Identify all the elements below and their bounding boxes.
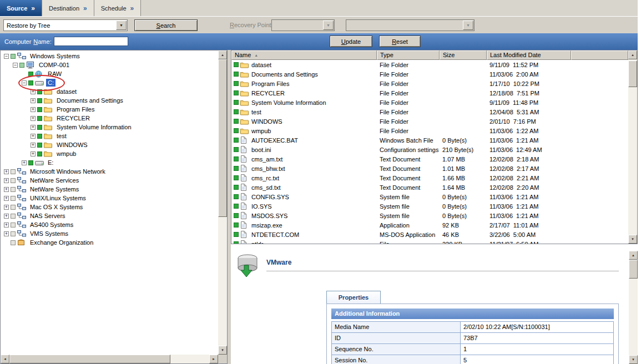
- list-vscrollbar[interactable]: ▲ ▼: [628, 50, 637, 244]
- column-header-type[interactable]: Type: [377, 50, 440, 60]
- tree-vscrollbar[interactable]: ▲ ▼: [218, 50, 227, 355]
- file-row-test[interactable]: testFile Folder12/04/08 5:31 AM: [231, 107, 628, 117]
- scroll-left-button[interactable]: ◄: [1, 355, 9, 363]
- tree-item-recycler[interactable]: +RECYCLER: [2, 114, 218, 123]
- update-button[interactable]: Update: [330, 36, 372, 47]
- checkbox-checked[interactable]: [234, 166, 239, 171]
- tree-item-exchange-organization[interactable]: Exchange Organization: [2, 238, 218, 247]
- checkbox-empty[interactable]: [11, 169, 16, 174]
- expand-toggle[interactable]: +: [4, 196, 9, 201]
- checkbox-checked[interactable]: [234, 213, 239, 218]
- file-row-recycler[interactable]: RECYCLERFile Folder12/18/08 7:51 PM: [231, 88, 628, 98]
- tree-item-dataset[interactable]: +dataset: [2, 87, 218, 96]
- tab-destination[interactable]: Destination »: [42, 0, 94, 16]
- file-row-config-sys[interactable]: CONFIG.SYSSystem file0 Byte(s)11/03/06 1…: [231, 192, 628, 201]
- tree-item-test[interactable]: +test: [2, 132, 218, 140]
- expand-toggle[interactable]: +: [4, 214, 9, 219]
- file-row-cms-rc-txt[interactable]: cms_rc.txtText Document1.66 MB12/02/08 2…: [231, 173, 628, 183]
- checkbox-checked[interactable]: [234, 62, 239, 67]
- tree-item-as400-systems[interactable]: +AS400 Systems: [2, 220, 218, 229]
- file-row-msizap-exe[interactable]: msizap.exeApplication92 KB2/17/07 11:01 …: [231, 220, 628, 230]
- tree-item-documents-and-settings[interactable]: +Documents and Settings: [2, 96, 218, 105]
- checkbox-checked[interactable]: [234, 185, 239, 190]
- checkbox-checked[interactable]: [37, 89, 42, 94]
- recovery-point-date-select[interactable]: ▼: [271, 19, 335, 31]
- expand-toggle[interactable]: +: [4, 178, 9, 183]
- checkbox-checked[interactable]: [37, 134, 42, 139]
- props-vscrollbar[interactable]: ▲ ▼: [629, 251, 638, 364]
- checkbox-checked[interactable]: [28, 160, 33, 165]
- file-row-autoexec-bat[interactable]: AUTOEXEC.BATWindows Batch File0 Byte(s)1…: [231, 135, 628, 145]
- expand-toggle[interactable]: +: [4, 223, 9, 228]
- scroll-up-button[interactable]: ▲: [218, 50, 227, 59]
- checkbox-checked[interactable]: [234, 156, 239, 161]
- checkbox-checked[interactable]: [28, 72, 33, 77]
- file-row-windows[interactable]: WINDOWSFile Folder2/01/10 7:16 PM: [231, 117, 628, 126]
- checkbox-checked[interactable]: [234, 175, 239, 180]
- file-row-msdos-sys[interactable]: MSDOS.SYSSystem file0 Byte(s)11/03/06 1:…: [231, 211, 628, 220]
- checkbox-checked[interactable]: [234, 194, 239, 199]
- restore-mode-select[interactable]: Restore by Tree ▼: [3, 19, 128, 31]
- recovery-point-session-select[interactable]: ▼: [346, 19, 475, 31]
- file-row-system-volume-information[interactable]: System Volume InformationFile Folder9/11…: [231, 98, 628, 107]
- checkbox-checked[interactable]: [37, 98, 42, 103]
- checkbox-checked[interactable]: [234, 223, 239, 228]
- dropdown-arrow-icon[interactable]: ▼: [323, 21, 334, 30]
- tree-item-netware-systems[interactable]: +NetWare Systems: [2, 185, 218, 194]
- checkbox-checked[interactable]: [234, 138, 239, 143]
- checkbox-checked[interactable]: [234, 204, 239, 209]
- tree-item-netware-services[interactable]: +NetWare Services: [2, 176, 218, 185]
- props-vscroll-thumb[interactable]: [629, 260, 638, 279]
- tree-item-mac-os-x-systems[interactable]: +Mac OS X Systems: [2, 203, 218, 211]
- checkbox-empty[interactable]: [11, 240, 16, 245]
- reset-button[interactable]: Reset: [379, 36, 421, 47]
- checkbox-checked[interactable]: [234, 241, 239, 244]
- tree-item-c[interactable]: −C:: [2, 78, 218, 87]
- checkbox-checked[interactable]: [37, 151, 42, 156]
- file-row-ntldr[interactable]: ntldrFile220 KB11/21/07 6:50 AM: [231, 239, 628, 244]
- column-header-name[interactable]: Name ▲: [231, 50, 377, 60]
- checkbox-checked[interactable]: [234, 72, 239, 77]
- tree-item-nas-servers[interactable]: +NAS Servers: [2, 211, 218, 220]
- checkbox-checked[interactable]: [234, 90, 239, 95]
- scroll-up-button[interactable]: ▲: [629, 251, 638, 260]
- collapse-toggle[interactable]: −: [22, 80, 27, 85]
- checkbox-checked[interactable]: [28, 80, 33, 85]
- scroll-up-button[interactable]: ▲: [628, 50, 637, 59]
- expand-toggle[interactable]: +: [4, 205, 9, 210]
- checkbox-empty[interactable]: [11, 196, 16, 201]
- collapse-toggle[interactable]: −: [13, 63, 18, 68]
- expand-toggle[interactable]: +: [31, 134, 36, 139]
- checkbox-empty[interactable]: [11, 214, 16, 219]
- expand-toggle[interactable]: +: [4, 187, 9, 192]
- expand-toggle[interactable]: +: [31, 151, 36, 156]
- search-button[interactable]: Search: [134, 19, 198, 31]
- column-header-size[interactable]: Size: [440, 50, 487, 60]
- tree-item-microsoft-windows-network[interactable]: +Microsoft Windows Network: [2, 167, 218, 176]
- file-row-dataset[interactable]: datasetFile Folder9/11/09 11:52 PM: [231, 60, 628, 69]
- tree-item-vms-systems[interactable]: +VMS Systems: [2, 229, 218, 238]
- tree-item-program-files[interactable]: +Program Files: [2, 105, 218, 114]
- tree-hscroll-thumb[interactable]: [9, 355, 170, 363]
- expand-toggle[interactable]: +: [22, 160, 27, 165]
- scroll-down-button[interactable]: ▼: [628, 235, 637, 244]
- tree-item-windows[interactable]: +WINDOWS: [2, 140, 218, 149]
- expand-toggle[interactable]: +: [4, 169, 9, 174]
- list-vscroll-thumb[interactable]: [628, 60, 637, 87]
- tree-item-windows-systems[interactable]: −Windows Systems: [2, 52, 218, 60]
- checkbox-empty[interactable]: [11, 187, 16, 192]
- file-row-wmpub[interactable]: wmpubFile Folder11/03/06 1:22 AM: [231, 126, 628, 135]
- tab-source[interactable]: Source »: [0, 0, 42, 16]
- scroll-down-button[interactable]: ▼: [629, 355, 638, 364]
- expand-toggle[interactable]: +: [31, 116, 36, 121]
- dropdown-arrow-icon[interactable]: ▼: [463, 21, 473, 30]
- expand-toggle[interactable]: +: [31, 143, 36, 148]
- tree-hscrollbar[interactable]: ◄ ►: [1, 355, 218, 363]
- file-row-boot-ini[interactable]: boot.iniConfiguration settings210 Byte(s…: [231, 145, 628, 154]
- checkbox-checked[interactable]: [37, 125, 42, 130]
- tab-schedule[interactable]: Schedule »: [94, 0, 142, 16]
- expand-toggle[interactable]: +: [31, 107, 36, 112]
- expand-toggle[interactable]: +: [4, 231, 9, 236]
- scroll-down-button[interactable]: ▼: [218, 346, 227, 355]
- checkbox-checked[interactable]: [234, 109, 239, 114]
